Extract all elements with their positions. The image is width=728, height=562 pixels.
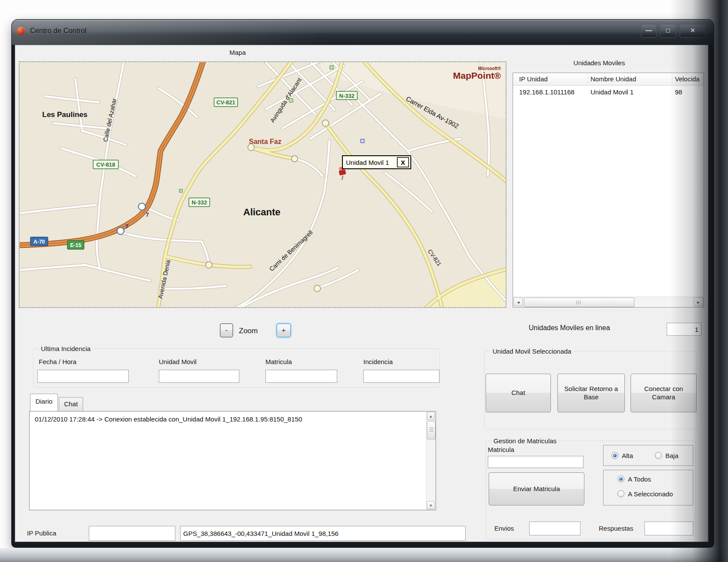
- scroll-down-button[interactable]: ▼: [427, 501, 435, 509]
- units-list-header: IP Unidad Nombre Unidad Velocida: [513, 73, 704, 86]
- scroll-up-button[interactable]: ▲: [427, 412, 435, 420]
- minimize-icon: —: [646, 27, 652, 34]
- zoom-in-button[interactable]: +: [276, 323, 291, 338]
- solicitar-retorno-button[interactable]: Solicitar Retorno a Base: [557, 374, 625, 412]
- baja-label: Baja: [665, 452, 678, 459]
- label-les-paulines: Les Paulines: [42, 110, 87, 119]
- cell-velocidad: 98: [675, 88, 682, 96]
- desktop-bottom-band: [0, 548, 728, 562]
- map-view[interactable]: 7 7 CV-821 N-332: [19, 61, 507, 308]
- callout-close-icon: X: [401, 159, 405, 166]
- screenshot-root: Centro de Control — □ × Mapa: [0, 0, 728, 562]
- client-area: Mapa: [15, 45, 708, 542]
- units-panel-title: Unidades Moviles: [551, 59, 647, 67]
- titlebar[interactable]: Centro de Control — □ ×: [12, 20, 714, 45]
- respuestas-field[interactable]: [644, 522, 693, 535]
- svg-text:A-70: A-70: [34, 239, 45, 245]
- column-divider: [587, 74, 588, 84]
- ip-publica-label: IP Publica: [27, 529, 56, 537]
- column-divider: [672, 74, 672, 84]
- ip-publica-field[interactable]: [89, 526, 175, 541]
- shield-e15: E-15: [67, 241, 84, 249]
- minimize-button[interactable]: —: [641, 24, 657, 38]
- a-todos-label: A Todos: [628, 475, 651, 483]
- gestion-matricula-field[interactable]: [488, 456, 584, 468]
- shield-cv821: CV-821: [214, 98, 238, 107]
- hscroll-thumb[interactable]: [524, 298, 634, 307]
- units-listview[interactable]: IP Unidad Nombre Unidad Velocida 192.168…: [513, 73, 704, 308]
- shield-n332-mid: N-332: [189, 198, 210, 207]
- maximize-icon: □: [666, 27, 670, 34]
- diario-log[interactable]: 01/12/2010 17:28:44 -> Conexion establec…: [29, 411, 436, 510]
- log-entry: 01/12/2010 17:28:44 -> Conexion establec…: [35, 415, 302, 423]
- zoom-label: Zoom: [239, 327, 258, 335]
- maximize-button[interactable]: □: [660, 24, 676, 38]
- gestion-matricula-label: Matricula: [488, 446, 514, 453]
- scroll-left-button[interactable]: ◄: [513, 298, 523, 306]
- envios-field[interactable]: [529, 522, 580, 535]
- fecha-hora-label: Fecha / Hora: [39, 358, 77, 365]
- baja-radio[interactable]: [655, 452, 662, 459]
- map-title: Mapa: [214, 49, 262, 56]
- svg-text:N-332: N-332: [191, 199, 207, 206]
- scroll-up-icon: ▲: [429, 415, 433, 418]
- label-santa-faz: Santa Faz: [249, 138, 282, 145]
- label-alicante: Alicante: [243, 207, 281, 217]
- shield-cv818: CV-818: [93, 160, 118, 169]
- scroll-left-icon: ◄: [517, 300, 520, 304]
- close-button[interactable]: ×: [680, 24, 706, 38]
- zoom-out-button[interactable]: -: [220, 323, 233, 338]
- enviar-matricula-button[interactable]: Enviar Matricula: [489, 472, 584, 505]
- map-canvas: 7 7 CV-821 N-332: [20, 62, 506, 307]
- svg-text:N-332: N-332: [339, 93, 354, 99]
- unidad-movil-field[interactable]: [159, 370, 239, 383]
- poi-green-icon: [330, 66, 333, 69]
- envios-label: Envios: [494, 525, 514, 532]
- scroll-right-button[interactable]: ►: [694, 298, 703, 306]
- unidad-movil-label: Unidad Movil: [159, 358, 197, 365]
- units-online-count[interactable]: [667, 323, 701, 336]
- tab-diario[interactable]: Diario: [30, 394, 58, 411]
- vscroll-thumb[interactable]: [427, 421, 436, 439]
- respuestas-label: Respuestas: [599, 525, 633, 532]
- fecha-hora-field[interactable]: [37, 370, 129, 383]
- chat-button[interactable]: Chat: [486, 374, 551, 412]
- cell-ip: 192.168.1.1011168: [519, 88, 574, 96]
- unidad-seleccionada-title: Unidad Movil Seleccionada: [490, 348, 574, 355]
- exit-number-2: 7: [125, 223, 128, 230]
- alta-baja-panel: Alta Baja: [603, 445, 693, 466]
- alta-label: Alta: [622, 452, 633, 459]
- incidencia-field[interactable]: [363, 370, 439, 383]
- zoom-in-icon: +: [282, 326, 286, 335]
- zoom-out-icon: -: [225, 326, 228, 335]
- alta-radio[interactable]: [611, 452, 618, 459]
- shield-a70: A-70: [30, 237, 48, 246]
- log-vscrollbar[interactable]: ▲ ▼: [426, 411, 436, 510]
- app-icon: [17, 27, 25, 35]
- destino-panel: A Todos A Seleccionado: [603, 470, 693, 505]
- a-seleccionado-radio[interactable]: [617, 490, 624, 497]
- gps-status-field[interactable]: [180, 526, 466, 541]
- conectar-camara-button[interactable]: Conectar con Camara: [631, 374, 697, 412]
- column-header-ip[interactable]: IP Unidad: [519, 75, 548, 83]
- scroll-down-icon: ▼: [429, 504, 433, 508]
- units-hscrollbar[interactable]: ◄ ►: [513, 297, 704, 307]
- unit-callout[interactable]: Unidad Movil 1 X: [342, 156, 411, 169]
- window-title: Centro de Control: [30, 27, 87, 35]
- shield-n332-top: N-332: [336, 91, 357, 100]
- tab-chat[interactable]: Chat: [59, 397, 83, 411]
- a-todos-radio[interactable]: [617, 475, 624, 482]
- matricula-field[interactable]: [265, 370, 337, 383]
- column-header-nombre[interactable]: Nombre Unidad: [590, 75, 636, 83]
- svg-text:CV-821: CV-821: [216, 99, 235, 106]
- table-row[interactable]: 192.168.1.1011168 Unidad Movil 1 98: [513, 85, 704, 98]
- ultima-incidencia-title: Ultima Incidencia: [39, 345, 93, 352]
- mappoint-logo: MapPoint®: [453, 70, 501, 80]
- unit-callout-text: Unidad Movil 1: [346, 159, 389, 166]
- cell-nombre: Unidad Movil 1: [590, 88, 634, 96]
- app-window: Centro de Control — □ × Mapa: [12, 20, 714, 547]
- incidencia-label: Incidencia: [363, 358, 393, 365]
- a-seleccionado-label: A Seleccionado: [628, 490, 673, 498]
- gestion-matriculas-title: Gestion de Matriculas: [491, 437, 559, 445]
- column-header-velocidad[interactable]: Velocida: [675, 75, 700, 83]
